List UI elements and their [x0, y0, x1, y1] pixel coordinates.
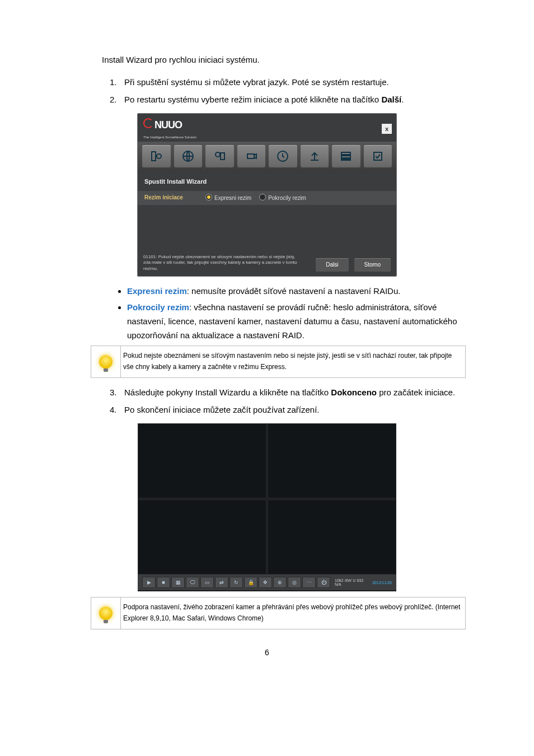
next-button[interactable]: Dalsi — [316, 258, 348, 272]
step-2: 2.Po restartu systému vyberte režim inic… — [124, 93, 466, 107]
wizard-tab-camera[interactable] — [237, 145, 266, 167]
wizard-tab-raid[interactable] — [332, 145, 360, 167]
mode-express-item: Expresni rezim: nemusíte provádět síťové… — [127, 284, 477, 298]
camera-tile[interactable] — [138, 423, 266, 498]
mode-advanced-item: Pokrocily rezim: všechna nastavení se pr… — [127, 301, 477, 342]
intro-text: Install Wizard pro rychlou iniciaci syst… — [102, 53, 466, 67]
toolbar-monitor-icon[interactable]: 🖵 — [186, 577, 199, 588]
document-page: Install Wizard pro rychlou iniciaci syst… — [57, 0, 477, 682]
toolbar-date: 2012/11/28 — [372, 580, 392, 586]
logo-swirl-icon — [143, 118, 153, 128]
toolbar-rec-icon[interactable]: ■ — [157, 577, 170, 588]
radio-off-icon — [259, 194, 266, 200]
toolbar-zoom-icon[interactable]: ⊕ — [273, 577, 287, 588]
toolbar-stream-icon[interactable]: ⇄ — [215, 577, 228, 588]
svg-rect-7 — [341, 152, 350, 155]
cancel-button[interactable]: Storno — [354, 258, 391, 272]
mode-selector-row: Rezim iniciace Expresni rezim Pokrocily … — [138, 191, 396, 206]
camera-icon — [245, 150, 258, 163]
brand-area: NUUO The Intelligent Surveillance Soluti… — [143, 117, 196, 141]
nuuo-logo: NUUO — [143, 117, 196, 134]
step-1: 1.Při spuštění systému si můžete vybrat … — [124, 76, 466, 90]
info-top: 1082 /6W 1/ 832 — [335, 578, 363, 583]
mode-desc: : nemusíte provádět síťové nastavení a n… — [187, 286, 401, 296]
wizard-step-tabs — [138, 142, 396, 172]
mode-label: Rezim iniciace — [144, 193, 198, 203]
tip-text: Podpora nastavení, živého zobrazení kame… — [120, 598, 465, 629]
toolbar-power-icon[interactable]: ⏻ — [317, 577, 330, 588]
wizard-tab-license[interactable] — [205, 145, 234, 167]
wizard-tab-setup[interactable] — [142, 145, 171, 167]
radio-on-icon — [205, 194, 212, 200]
lightbulb-icon — [99, 355, 113, 368]
step-number: 2. — [110, 93, 124, 107]
page-number: 6 — [57, 646, 477, 659]
toolbar-grid-icon[interactable]: ▦ — [171, 577, 185, 588]
brand-text: NUUO — [154, 117, 182, 134]
step-number: 3. — [110, 386, 124, 400]
step-4: 4.Po skončení iniciace můžete začít použ… — [124, 403, 466, 417]
camera-tile[interactable] — [268, 423, 396, 498]
wizard-button-row: Dalsi Storno — [316, 258, 391, 272]
svg-rect-9 — [341, 159, 350, 160]
license-icon — [213, 150, 226, 163]
wizard-subtitle: Spustit Install Wizard — [138, 172, 396, 191]
camera-tile[interactable] — [138, 500, 266, 575]
tip-text: Pokud nejste obeznámeni se síťovým nasta… — [120, 346, 465, 377]
brand-tagline: The Intelligent Surveillance Solution — [143, 135, 196, 141]
wizard-tab-time[interactable] — [269, 145, 297, 167]
mode-name: Pokrocily rezim — [127, 302, 189, 312]
toolbar-seq-icon[interactable]: ↻ — [229, 577, 243, 588]
disks-icon — [339, 150, 353, 163]
toolbar-move-icon[interactable]: ✥ — [259, 577, 272, 588]
svg-point-3 — [216, 152, 220, 157]
camera-tile[interactable] — [268, 500, 396, 575]
camera-grid — [138, 423, 396, 575]
step-text: Po restartu systému vyberte režim inicia… — [124, 95, 381, 104]
wizard-tab-network[interactable] — [174, 145, 203, 167]
tip-icon-cell — [91, 598, 120, 629]
wizard-titlebar: NUUO The Intelligent Surveillance Soluti… — [138, 114, 396, 142]
button-ref: Dokonceno — [331, 388, 377, 397]
wizard-footer: 01101: Pokud nejste obeznameni se sitovy… — [138, 251, 396, 276]
step-text: Po skončení iniciace můžete začít použív… — [124, 405, 320, 414]
wizard-help-text: 01101: Pokud nejste obeznameni se sitovy… — [143, 254, 300, 272]
step-number: 4. — [110, 403, 124, 417]
step-text: Při spuštění systému si můžete vybrat ja… — [124, 77, 389, 87]
step-text: Následujte pokyny Install Wizardu a klik… — [124, 388, 331, 397]
clock-icon — [276, 150, 289, 163]
svg-rect-0 — [152, 152, 156, 161]
install-wizard-screenshot: NUUO The Intelligent Surveillance Soluti… — [137, 113, 397, 277]
toolbar-target-icon[interactable]: ◎ — [288, 577, 301, 588]
close-icon: x — [385, 124, 388, 134]
live-view-screenshot: ▶ ■ ▦ 🖵 ▭ ⇄ ↻ 🔒 ✥ ⊕ ◎ ⋯ ⏻ 1082 /6W 1/ 83… — [138, 423, 396, 591]
step-3: 3.Následujte pokyny Install Wizardu a kl… — [124, 386, 466, 400]
setup-icon — [149, 150, 163, 163]
upgrade-icon — [308, 150, 321, 163]
wizard-tab-finish[interactable] — [364, 145, 392, 167]
svg-point-1 — [157, 154, 161, 158]
lightbulb-icon — [99, 606, 113, 620]
toolbar-play-icon[interactable]: ▶ — [142, 577, 156, 588]
info-bottom: N/A — [335, 582, 363, 587]
toolbar-lock-icon[interactable]: 🔒 — [244, 577, 257, 588]
svg-rect-4 — [221, 153, 224, 160]
toolbar-layout-icon[interactable]: ▭ — [200, 577, 214, 588]
toolbar-more-icon[interactable]: ⋯ — [302, 577, 316, 588]
wizard-tab-upgrade[interactable] — [301, 145, 329, 167]
radio-express[interactable]: Expresni rezim — [205, 193, 251, 203]
steps-list-cont: 3.Následujte pokyny Install Wizardu a kl… — [57, 386, 477, 417]
button-ref: Další — [381, 95, 401, 104]
step-number: 1. — [110, 76, 124, 90]
tip-icon-cell — [91, 346, 120, 377]
svg-rect-8 — [341, 156, 350, 158]
finish-icon — [371, 150, 385, 163]
globe-icon — [181, 150, 195, 163]
close-button[interactable]: x — [382, 124, 392, 134]
radio-advanced[interactable]: Pokrocily rezim — [259, 193, 306, 203]
live-toolbar: ▶ ■ ▦ 🖵 ▭ ⇄ ↻ 🔒 ✥ ⊕ ◎ ⋯ ⏻ 1082 /6W 1/ 83… — [138, 575, 396, 590]
toolbar-info: 1082 /6W 1/ 832 N/A — [335, 578, 363, 587]
steps-list: 1.Při spuštění systému si můžete vybrat … — [57, 76, 477, 107]
svg-rect-10 — [374, 152, 382, 160]
tip-box-2: Podpora nastavení, živého zobrazení kame… — [91, 597, 466, 629]
